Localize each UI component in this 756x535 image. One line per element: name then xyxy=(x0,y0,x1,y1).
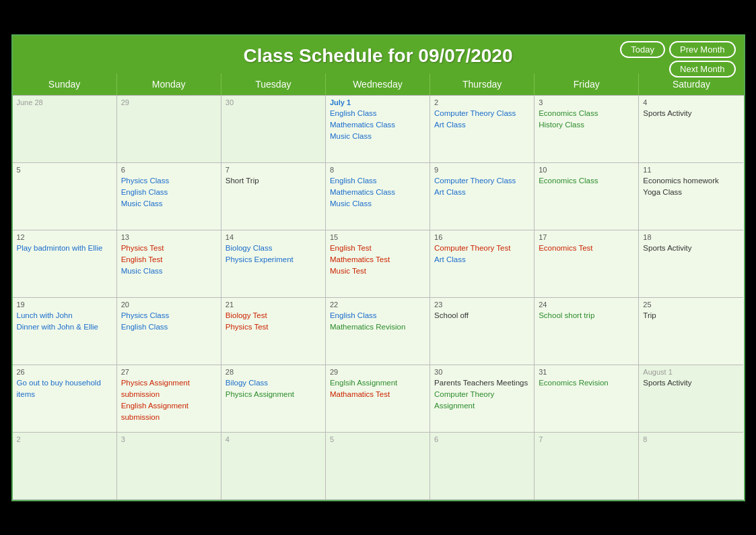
prev-month-button[interactable]: Prev Month xyxy=(669,41,735,58)
event-item: Physics Class xyxy=(121,310,217,321)
event-item: History Class xyxy=(539,119,634,131)
cell-date: 6 xyxy=(121,166,217,174)
event-item: Biology Test xyxy=(226,310,321,321)
cell-events: Economics homeworkYoga Class xyxy=(643,175,739,199)
event-item: Biology Class xyxy=(226,243,321,254)
event-item: School off xyxy=(434,310,530,321)
cell-events: Play badminton with Ellie xyxy=(17,243,112,254)
cell-events: Biology ClassPhysics Experiment xyxy=(226,243,321,266)
cell-date: 29 xyxy=(330,368,425,376)
today-button[interactable]: Today xyxy=(620,41,665,58)
event-item: Music Class xyxy=(330,131,425,142)
event-item: Physics Class xyxy=(121,175,217,187)
calendar-cell: August 1Sports Activity xyxy=(639,365,743,433)
event-item: Art Class xyxy=(434,119,530,131)
calendar-cell: 10Economics Class xyxy=(535,163,639,230)
calendar-cell: 13Physics TestEnglish TestMusic Class xyxy=(117,230,221,298)
cell-events: Lunch with JohnDinner with John & Ellie xyxy=(17,310,112,334)
event-item: Computer Theory Class xyxy=(434,108,530,119)
calendar-cell: 27Physics Assignment submissionEnglish A… xyxy=(117,365,221,433)
event-item: Economics Class xyxy=(539,175,634,187)
next-month-button[interactable]: Next Month xyxy=(669,61,735,77)
calendar-cell: June 28 xyxy=(13,96,117,163)
event-item: Short Trip xyxy=(226,175,321,187)
calendar-cell: 3 xyxy=(117,433,221,500)
calendar-wrapper: Today Prev Month Next Month Class Schedu… xyxy=(11,34,745,501)
calendar-cell: 6 xyxy=(430,433,535,500)
cell-events: School off xyxy=(434,310,530,321)
cell-date: 23 xyxy=(434,301,530,309)
cell-date: August 1 xyxy=(643,368,739,376)
cell-date: 3 xyxy=(539,98,634,106)
cell-date: 30 xyxy=(226,98,321,106)
cell-events: Sports Activity xyxy=(643,108,739,119)
event-item: Computer Theory Class xyxy=(434,175,530,187)
cell-date: 2 xyxy=(434,98,530,106)
cell-date: 15 xyxy=(330,233,425,241)
calendar-cell: 2Computer Theory ClassArt Class xyxy=(430,96,535,163)
cell-date: 8 xyxy=(330,166,425,174)
calendar-cell: 29 xyxy=(117,96,221,163)
cell-date: 29 xyxy=(121,98,217,106)
cell-date: 18 xyxy=(643,233,739,241)
cell-date: 2 xyxy=(17,435,112,443)
event-item: Physics Assignment submission xyxy=(121,377,217,401)
cell-events: Biology TestPhysics Test xyxy=(226,310,321,334)
calendar-cell: 20Physics ClassEnglish Class xyxy=(117,298,221,365)
calendar-cell: 18Sports Activity xyxy=(639,230,743,298)
cell-date: 27 xyxy=(121,368,217,376)
event-item: Sports Activity xyxy=(643,377,739,389)
calendar-cell: 15English TestMathematics TestMusic Test xyxy=(326,230,430,298)
cell-events: Physics ClassEnglish Class xyxy=(121,310,217,334)
event-item: English Test xyxy=(330,243,425,254)
cell-date: 6 xyxy=(434,435,530,443)
cell-events: Bilogy ClassPhysics Assignment xyxy=(226,377,321,401)
cell-events: English ClassMathematics ClassMusic Clas… xyxy=(330,108,425,143)
day-header-sunday: Sunday xyxy=(13,73,117,95)
calendar-cell: 28Bilogy ClassPhysics Assignment xyxy=(221,365,326,433)
cell-date: 17 xyxy=(539,233,634,241)
event-item: Mathamatics Test xyxy=(330,389,425,400)
event-item: Mathematics Class xyxy=(330,187,425,198)
cell-date: July 1 xyxy=(330,98,425,106)
calendar-cell: 25Trip xyxy=(639,298,743,365)
calendar-cell: 9Computer Theory ClassArt Class xyxy=(430,163,535,230)
cell-events: Short Trip xyxy=(226,175,321,187)
calendar-cell: 4 xyxy=(221,433,326,500)
calendar-cell: 4Sports Activity xyxy=(639,96,743,163)
cell-date: 16 xyxy=(434,233,530,241)
cell-date: 31 xyxy=(539,368,634,376)
event-item: English Class xyxy=(330,175,425,187)
event-item: Play badminton with Ellie xyxy=(17,243,112,254)
cell-date: 5 xyxy=(17,166,112,174)
event-item: Music Test xyxy=(330,265,425,277)
calendar-cell: 30Parents Teachers MeetingsComputer Theo… xyxy=(430,365,535,433)
cell-events: Economics Class xyxy=(539,175,634,187)
event-item: Economics Revision xyxy=(539,377,634,389)
calendar-cell: 30 xyxy=(221,96,326,163)
calendar-cell: 14Biology ClassPhysics Experiment xyxy=(221,230,326,298)
cell-date: 7 xyxy=(226,166,321,174)
event-item: Computer Theory Assignment xyxy=(434,389,530,412)
cell-date: 24 xyxy=(539,301,634,309)
event-item: Trip xyxy=(643,310,739,321)
calendar-grid: June 282930July 1English ClassMathematic… xyxy=(13,95,744,500)
event-item: Art Class xyxy=(434,254,530,265)
event-item: English Test xyxy=(121,254,217,265)
event-item: English Class xyxy=(121,187,217,198)
cell-events: Physics ClassEnglish ClassMusic Class xyxy=(121,175,217,210)
calendar-cell: 22English ClassMathematics Revision xyxy=(326,298,430,365)
event-item: Mathematics Test xyxy=(330,254,425,265)
calendar-title: Class Schedule for 09/07/2020 xyxy=(244,45,513,67)
calendar-cell: 8English ClassMathematics ClassMusic Cla… xyxy=(326,163,430,230)
cell-date: 14 xyxy=(226,233,321,241)
day-header-monday: Monday xyxy=(117,73,221,95)
day-header-tuesday: Tuesday xyxy=(221,73,326,95)
cell-events: School short trip xyxy=(539,310,634,321)
calendar-cell: 8 xyxy=(639,433,743,500)
calendar-cell: 11Economics homeworkYoga Class xyxy=(639,163,743,230)
event-item: Parents Teachers Meetings xyxy=(434,377,530,389)
cell-events: Physics TestEnglish TestMusic Class xyxy=(121,243,217,278)
cell-date: 21 xyxy=(226,301,321,309)
cell-events: Computer Theory TestArt Class xyxy=(434,243,530,266)
